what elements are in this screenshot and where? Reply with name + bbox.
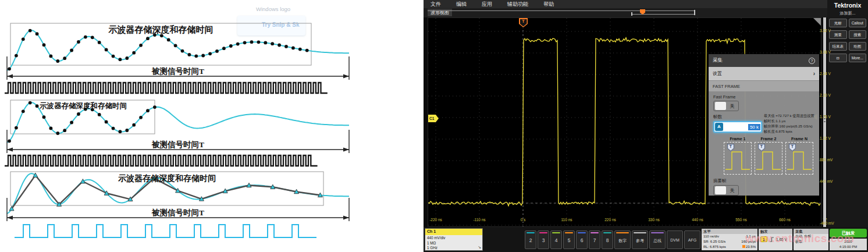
button-color-stripe	[651, 232, 664, 234]
waveform-graticule[interactable]: T C1 -220 ns-110 ns0 s110 ns220 ns330 ns…	[428, 17, 821, 227]
plot-icon-button[interactable]: ⊡	[829, 54, 847, 62]
marker-icon	[742, 245, 745, 248]
sidebar-button-搜索[interactable]: 搜索	[849, 30, 867, 39]
sidebar-button-光标[interactable]: 光标	[829, 19, 847, 27]
diagram3-box-label: 示波器存储深度和存储时间	[10, 173, 323, 184]
screenshot: Windows logo Try Snip & Sk 示波器存储深度和存储时间 …	[0, 0, 868, 252]
channel7-button[interactable]: 7	[589, 230, 600, 249]
volt-label: 3.52 V	[820, 29, 837, 33]
time-label: -110 ns	[473, 218, 485, 222]
channel3-button[interactable]: 3	[538, 230, 549, 249]
menu-bar: 文件编辑应用辅助功能帮助	[424, 0, 868, 8]
right-sidebar: Tektronix 添加新... 光标Callout测量搜索结果表绘图⊡More…	[827, 0, 868, 252]
zoom-corner-icon[interactable]	[813, 18, 821, 26]
channel-color-stripe	[552, 232, 560, 234]
channel-color-stripe	[590, 232, 599, 234]
volt-label: 2.64 V	[820, 72, 837, 76]
menu-编辑[interactable]: 编辑	[456, 1, 467, 8]
diagram1-box-label: 示波器存储深度和存储时间	[10, 24, 311, 36]
volt-label-bottom: -440 mV	[820, 221, 837, 225]
volt-label: 880 mV	[820, 158, 837, 162]
frames-diagram: Frame 1TFrame 2TFrame NT	[724, 137, 814, 175]
minimap-right-bracket[interactable]	[694, 10, 695, 15]
channel-color-stripe	[527, 232, 535, 234]
chevron-right-icon: ›	[813, 70, 815, 77]
time-label: 110 ns	[561, 218, 572, 222]
time-label: 220 ns	[604, 218, 616, 222]
knob-a-icon: A	[715, 123, 723, 131]
channel-color-stripe	[578, 232, 586, 234]
horizontal-row: RL: 6.875 kpts23.5%	[702, 244, 757, 250]
button-AFG[interactable]: AFG	[684, 230, 700, 249]
menu-帮助[interactable]: 帮助	[543, 1, 554, 8]
aux-buttons: 数字参考总线DVMAFG	[614, 230, 700, 249]
volt-label: 2.20 V	[820, 93, 837, 97]
menu-应用[interactable]: 应用	[482, 1, 492, 8]
frame-column: Frame NT	[785, 137, 813, 175]
oscilloscope-app: 文件编辑应用辅助功能帮助 波形视图 T C1 -220 ns-110 ns0 s…	[424, 0, 868, 252]
frame-box: T	[724, 142, 752, 175]
button-参考[interactable]: 参考	[632, 230, 648, 249]
channel5-button[interactable]: 5	[563, 230, 575, 249]
fastframe-label: Fast Frame	[713, 94, 814, 100]
button-总线[interactable]: 总线	[649, 230, 666, 249]
diagram2-axis-label: 被测信号时间T	[7, 140, 349, 150]
time-label: 660 ns	[779, 218, 791, 222]
minimap-zoom-line	[632, 14, 695, 15]
channel6-button[interactable]: 6	[576, 230, 588, 249]
menu-文件[interactable]: 文件	[431, 1, 441, 8]
frame-column: Frame 1T	[724, 137, 752, 175]
time-label: 550 ns	[735, 218, 747, 222]
button-color-stripe	[616, 232, 629, 234]
toggle-knob	[715, 102, 726, 110]
diagram1-axis-label: 被测信号时间T	[7, 66, 349, 77]
panel-handle[interactable]	[823, 17, 826, 227]
toggle-knob	[715, 186, 726, 194]
time-label: 330 ns	[648, 218, 660, 222]
help-icon[interactable]: ?	[809, 58, 815, 64]
sidebar-button-Callout[interactable]: Callout	[849, 19, 867, 27]
frame-count-value: 50 k	[748, 124, 760, 130]
channel8-button[interactable]: 8	[602, 230, 613, 249]
frame-title: Frame 1	[724, 137, 752, 141]
frame-count-input[interactable]: A 50 k	[713, 121, 762, 133]
fastframe-toggle[interactable]: 关	[713, 101, 739, 111]
channel1-badge[interactable]: Ch 1 440 mV/div 1 MΩ 1 GHz ↘	[425, 228, 483, 251]
dialog-body: Fast Frame 关 帧数 A 50 k 最大值 =72.727 k 使用这…	[709, 91, 819, 201]
volt-label: 440 mV	[820, 179, 837, 183]
frame-column: Frame 2T	[755, 137, 782, 175]
dialog-title: 采集	[713, 57, 723, 64]
acquisition-dialog: 采集 ? 设置 › FAST FRAME Fast Frame 关 帧数	[709, 54, 819, 196]
add-new-label: 添加新...	[829, 10, 866, 16]
frame-title: Frame 2	[755, 137, 782, 141]
minimap-record-line	[428, 10, 695, 11]
channel-color-stripe	[539, 232, 547, 234]
fastframe-section-header: FAST FRAME	[709, 81, 819, 91]
sidebar-buttons: 光标Callout测量搜索结果表绘图⊡More...	[829, 19, 866, 62]
summary-frame-toggle[interactable]: 关	[713, 185, 739, 196]
dialog-header[interactable]: 采集 ?	[709, 54, 819, 67]
sidebar-button-More...[interactable]: More...	[849, 54, 867, 62]
frame-box: T	[755, 142, 782, 175]
channel-color-stripe	[565, 232, 573, 234]
sidebar-button-结果表[interactable]: 结果表	[829, 42, 847, 51]
sampling-diagram-panel: Windows logo Try Snip & Sk 示波器存储深度和存储时间 …	[0, 0, 424, 252]
volt-label: 3.08 V	[820, 50, 837, 54]
tab-waveform-view[interactable]: 波形视图	[428, 9, 452, 16]
channel4-button[interactable]: 4	[550, 230, 562, 249]
channel-buttons: 2345678	[525, 230, 613, 249]
sidebar-button-绘图[interactable]: 绘图	[849, 42, 867, 51]
time-label: -220 ns	[429, 218, 442, 222]
diagram3-axis-label: 被测信号时间T	[7, 208, 349, 218]
volt-label: 1.32 V	[820, 136, 837, 140]
menu-辅助功能[interactable]: 辅助功能	[507, 1, 528, 8]
button-DVM[interactable]: DVM	[667, 230, 683, 249]
volt-label: 1.76 V	[820, 115, 837, 119]
time-label: 440 ns	[692, 218, 703, 222]
minimap-left-bracket[interactable]	[631, 12, 632, 16]
tektronix-logo: Tektronix	[829, 2, 866, 9]
channel2-button[interactable]: 2	[525, 230, 536, 249]
settings-row[interactable]: 设置 ›	[709, 67, 819, 81]
expand-icon: ↘	[478, 245, 481, 250]
button-数字[interactable]: 数字	[614, 230, 631, 249]
